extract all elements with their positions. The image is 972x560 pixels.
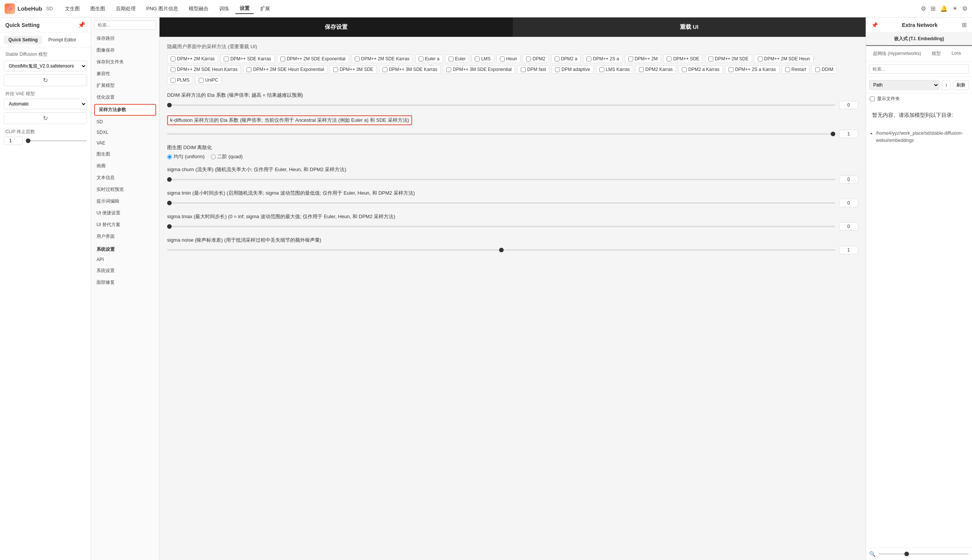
sampler-dpm2msde-karras[interactable]: DPM++ 2M SDE Karras [351,55,413,63]
radio-quad[interactable]: 二阶 (quad) [211,153,243,160]
sampler-dpp2sa-karras[interactable]: DPM++ 2S a Karras [725,65,779,73]
subtab-hypernetworks[interactable]: 超网络 (Hypernetworks) [869,49,925,58]
sampler-dpm2msde-exp[interactable]: DPM++ 2M SDE Exponential [277,55,349,63]
nav-item-mianbu[interactable]: 面部修复 [91,277,159,288]
grid-icon[interactable]: ⊞ [930,5,935,12]
zoom-out-icon[interactable]: 🔍 [869,551,875,557]
nav-item-ui-tidai[interactable]: UI 替代方案 [91,219,159,231]
sampler-dpmsde-plain[interactable]: DPM++ SDE [663,55,703,63]
nav-item-yonghumianban[interactable]: 用户界面 [91,231,159,242]
sampler-dpm2a-karras[interactable]: DPM2 a Karras [678,65,723,73]
nav-item-tishici[interactable]: 提示词编辑 [91,195,159,207]
sigma-noise-section: sigma noise (噪声标准差) (用于抵消采样过程中丢失细节的额外噪声量… [167,237,858,254]
sampler-dpm2m[interactable]: DPM++ 2M Karras [167,55,218,63]
sampler-euler[interactable]: Euler [445,55,469,63]
sampler-heun[interactable]: Heun [497,55,521,63]
sigma-noise-slider[interactable] [167,249,835,251]
model-refresh-button[interactable]: ↻ [4,74,87,86]
sampler-dpmsde[interactable]: DPM++ SDE Karras [220,55,274,63]
sampler-dpm2[interactable]: DPM2 [523,55,549,63]
sigma-tmax-slider[interactable] [167,226,835,227]
sampler-lms-karras[interactable]: LMS Karras [596,65,633,73]
eta-slider[interactable] [167,104,835,106]
sampler-dpm2a[interactable]: DPM2 a [551,55,581,63]
nav-item-xitong[interactable]: 系统设置 [91,265,159,277]
settings-icon[interactable]: ⚙ [921,5,926,12]
vae-select[interactable]: Automatic [4,98,87,109]
pin-right-icon[interactable]: 📌 [872,22,878,28]
zoom-slider[interactable] [878,553,969,555]
tab-quick-setting[interactable]: Quick Setting [4,36,42,44]
sampler-dpm2m-plain[interactable]: DPM++ 2M [625,55,661,63]
notification-icon[interactable]: 🔔 [940,5,948,12]
show-folder-checkbox[interactable] [870,97,875,101]
tab-prompt-editor[interactable]: Prompt Editor [43,36,80,44]
theme-icon[interactable]: ☀ [952,5,958,12]
subtab-lora[interactable]: Lora [948,49,964,58]
sampler-dpmfast[interactable]: DPM fast [517,65,549,73]
center-nav-search-input[interactable] [94,20,156,30]
nav-item-ui-bianjie[interactable]: UI 便捷设置 [91,207,159,219]
nav-item-shishiguocheng[interactable]: 实时过程预览 [91,183,159,195]
refresh-button[interactable]: 刷新 [953,80,969,90]
nav-item-wenshengtu[interactable]: 文生图 [60,4,84,14]
vae-refresh-button[interactable]: ↻ [4,112,87,124]
nav-item-jiangurongxing[interactable]: 兼容性 [91,68,159,80]
sampler-lms[interactable]: LMS [472,55,494,63]
sampler-dpm2msde-heun-karras[interactable]: DPM++ 2M SDE Heun Karras [167,65,241,73]
nav-item-caiyang[interactable]: 采样方法参数 [94,104,156,116]
nav-item-tushengtu-nav[interactable]: 图生图 [91,148,159,160]
nav-item-shezhi[interactable]: 设置 [235,3,254,14]
radio-uniform[interactable]: 均匀 (uniform) [167,153,205,160]
nav-item-sd[interactable]: SD [91,117,159,127]
reload-ui-button[interactable]: 重载 UI [513,17,866,37]
nav-item-baocunjinglu[interactable]: 保存路径 [91,33,159,44]
sigma-tmin-slider[interactable] [167,202,835,204]
sampler-dpm2msde-heun[interactable]: DPM++ 2M SDE Heun [755,55,814,63]
model-select[interactable]: GhostMix鬼混_V2.0.safetensors [4,61,87,71]
nav-item-sdxl[interactable]: SDXL [91,127,159,138]
right-sidebar-title: Extra Network [902,22,937,28]
clip-slider[interactable] [26,140,87,142]
right-sidebar-search-input[interactable] [869,65,969,73]
expand-right-icon[interactable]: ⊞ [962,21,967,28]
nav-item-tushengtu[interactable]: 图生图 [86,4,110,14]
clip-input[interactable] [4,137,23,145]
pin-icon[interactable]: 📌 [78,21,85,28]
subtab-model[interactable]: 模型 [928,49,945,58]
sampler-restart[interactable]: Restart [782,65,810,73]
nav-item-moxinronhe[interactable]: 模型融合 [184,4,213,14]
nav-item-api[interactable]: API [91,254,159,265]
nav-item-wenbenxinxi[interactable]: 文本信息 [91,172,159,183]
nav-item-hualang[interactable]: 画廊 [91,160,159,172]
nav-item-baocundaojianjia[interactable]: 保存到文件夹 [91,56,159,68]
kdiff-slider[interactable] [167,133,835,135]
sampler-dpm2msde-plain[interactable]: DPM++ 2M SDE [705,55,752,63]
sampler-euler-a[interactable]: Euler a [415,55,443,63]
tab-embedding[interactable]: 嵌入式 (T.I. Embedding) [866,33,972,46]
sampler-unipc[interactable]: UniPC [195,76,222,84]
nav-item-kuozhan[interactable]: 扩展 [256,4,274,14]
sampler-dpmadaptive[interactable]: DPM adaptive [552,65,593,73]
path-select[interactable]: Path [869,80,939,90]
sampler-dpp2sa[interactable]: DPM++ 2S a [583,55,622,63]
sampler-dpm3m[interactable]: DPM++ 3M SDE [330,65,377,73]
sampler-dpm2-karras[interactable]: DPM2 Karras [636,65,676,73]
sampler-dpm2msde-heun-exp[interactable]: DPM++ 2M SDE Heun Exponential [243,65,328,73]
sampler-ddim[interactable]: DDIM [812,65,837,73]
nav-item-xunlian[interactable]: 训练 [214,4,234,14]
nav-item-png[interactable]: PNG 图片信息 [142,4,183,14]
nav-item-youhuashezhi[interactable]: 优化设置 [91,92,159,103]
nav-item-tuxiangbaocun[interactable]: 图像保存 [91,44,159,56]
save-settings-button[interactable]: 保存设置 [159,17,513,37]
nav-item-vae[interactable]: VAE [91,138,159,148]
nav-item-kuozhannmoxing[interactable]: 扩展模型 [91,80,159,92]
nav-item-houpochuli[interactable]: 后期处理 [111,4,140,14]
sigma-churn-slider[interactable] [167,179,835,180]
right-sidebar-subtabs: 超网络 (Hypernetworks) 模型 Lora [866,46,972,62]
config-icon[interactable]: ⚙ [962,5,967,12]
sampler-dpm3m-karras[interactable]: DPM++ 3M SDE Karras [379,65,441,73]
sort-button[interactable]: ↕ [942,80,951,90]
sampler-plms[interactable]: PLMS [167,76,193,84]
sampler-dpm3m-exp[interactable]: DPM++ 3M SDE Exponential [443,65,515,73]
